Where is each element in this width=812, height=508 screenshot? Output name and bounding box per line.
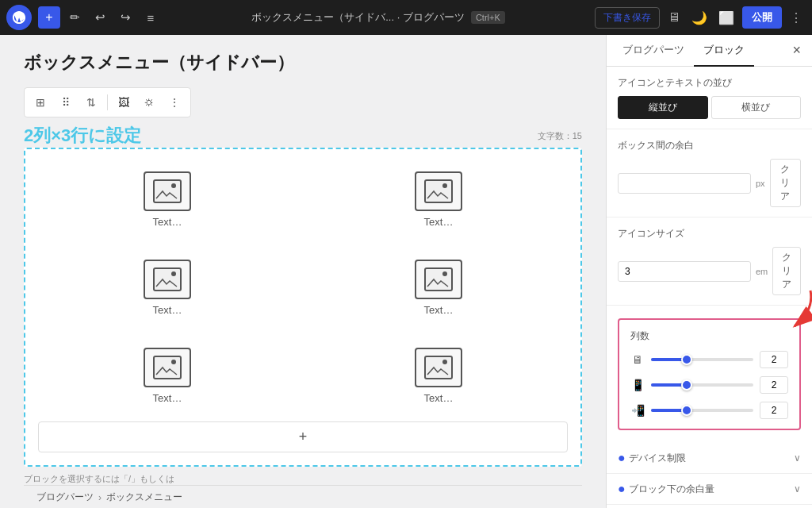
columns-title: 列数 — [630, 329, 788, 343]
box-text-1: Text… — [153, 216, 182, 228]
box-text-4: Text… — [424, 304, 454, 316]
moon-icon[interactable]: 🌙 — [688, 7, 710, 29]
desktop-slider[interactable] — [651, 358, 753, 361]
move-up-down-button[interactable]: ⇅ — [80, 91, 102, 114]
box-margin-section: ボックス間の余白 px クリア — [607, 129, 812, 217]
svg-rect-2 — [425, 180, 452, 202]
page-title[interactable]: ボックスメニュー（サイドバー） — [24, 51, 582, 75]
mobile-icon: 📲 — [630, 404, 645, 417]
mobile-col-value[interactable] — [760, 402, 788, 419]
mobile-slider[interactable] — [651, 409, 753, 412]
brush-button[interactable]: ✏ — [63, 6, 86, 29]
panel-close-button[interactable]: × — [787, 37, 806, 64]
advanced-section[interactable]: 高度な設定 ∨ — [607, 505, 812, 508]
svg-point-9 — [171, 360, 176, 364]
monitor-icon[interactable]: 🖥 — [665, 7, 684, 28]
svg-rect-8 — [154, 356, 181, 379]
block-margin-dot: ● — [618, 482, 626, 496]
breadcrumb: ブログパーツ › ボックスメニュー — [24, 485, 582, 508]
right-panel: ブログパーツ ブロック × アイコンとテキストの並び 縦並び 横並び ボックス間… — [606, 35, 812, 508]
add-block-toolbar-button[interactable]: + — [38, 6, 60, 29]
undo-button[interactable]: ↩ — [89, 6, 111, 29]
list-item[interactable]: Text… — [38, 162, 297, 237]
tablet-col-row: 📱 — [630, 376, 788, 394]
toolbar-divider — [107, 94, 108, 110]
toolbar-title: ボックスメニュー（サイドバ... · ブログパーツ — [251, 10, 465, 25]
wp-logo[interactable] — [6, 5, 32, 30]
desktop-col-value[interactable] — [760, 351, 788, 368]
svg-point-11 — [442, 360, 447, 364]
toolbar-shortcut: Ctrl+K — [471, 11, 505, 24]
box-menu-container: Text… Text… — [24, 148, 582, 467]
icon-size-label: アイコンサイズ — [618, 227, 801, 241]
block-margin-label: ブロック下の余白量 — [629, 483, 794, 496]
box-text-2: Text… — [424, 216, 454, 228]
mobile-slider-thumb[interactable] — [681, 405, 692, 416]
more-options-button[interactable]: ⋮ — [163, 91, 186, 114]
block-margin-section[interactable]: ● ブロック下の余白量 ∨ — [607, 474, 812, 505]
desktop-slider-thumb[interactable] — [681, 354, 692, 365]
grid-view-button[interactable]: ⊞ — [29, 91, 52, 114]
list-item[interactable]: Text… — [309, 250, 568, 325]
tablet-slider[interactable] — [651, 383, 753, 387]
tab-block[interactable]: ブロック — [694, 35, 754, 67]
options-icon[interactable]: ⋮ — [787, 7, 806, 29]
icon-size-section: アイコンサイズ em クリア — [607, 217, 812, 306]
box-margin-input[interactable] — [618, 173, 751, 194]
desktop-icon: 🖥 — [630, 353, 645, 366]
svg-point-1 — [171, 183, 176, 188]
top-toolbar: + ✏ ↩ ↪ ≡ ボックスメニュー（サイドバ... · ブログパーツ Ctrl… — [0, 0, 812, 35]
headline-wrapper: 2列×3行に設定 文字数：15 — [24, 124, 582, 148]
icon-size-input[interactable] — [618, 261, 751, 282]
icon-size-clear-button[interactable]: クリア — [772, 247, 801, 295]
list-item[interactable]: Text… — [38, 338, 297, 414]
add-block-button[interactable]: + — [38, 421, 568, 452]
svg-point-7 — [442, 271, 447, 276]
device-limit-chevron: ∨ — [794, 452, 801, 464]
block-margin-chevron: ∨ — [794, 483, 801, 495]
publish-button[interactable]: 公開 — [742, 6, 782, 29]
horizontal-align-button[interactable]: 横並び — [711, 96, 802, 119]
draft-save-button[interactable]: 下書き保存 — [595, 7, 660, 29]
columns-section: 列数 🖥 📱 — [618, 318, 801, 430]
tab-blog-parts[interactable]: ブログパーツ — [613, 35, 694, 67]
svg-rect-10 — [425, 356, 452, 379]
tablet-col-value[interactable] — [760, 376, 788, 394]
icon-size-unit: em — [756, 267, 768, 276]
vertical-align-button[interactable]: 縦並び — [618, 96, 708, 119]
box-margin-input-row: px クリア — [618, 159, 801, 207]
box-text-3: Text… — [153, 304, 182, 316]
box-margin-label: ボックス間の余白 — [618, 139, 801, 152]
breadcrumb-part1[interactable]: ブログパーツ — [36, 491, 94, 504]
panel-tabs: ブログパーツ ブロック × — [607, 35, 812, 67]
image-placeholder — [144, 348, 191, 387]
image-placeholder — [144, 260, 191, 299]
box-margin-unit: px — [756, 179, 765, 188]
layout-icon[interactable]: ⬜ — [715, 7, 737, 29]
transform-button[interactable]: ⛭ — [138, 91, 160, 114]
block-toolbar: ⊞ ⠿ ⇅ 🖼 ⛭ ⋮ — [24, 87, 191, 117]
breadcrumb-separator: › — [98, 492, 102, 503]
icon-text-label: アイコンとテキストの並び — [618, 76, 801, 90]
svg-rect-4 — [154, 268, 181, 291]
box-text-5: Text… — [153, 392, 182, 404]
tablet-slider-thumb[interactable] — [681, 379, 692, 391]
headline-text: 2列×3行に設定 — [24, 124, 141, 148]
list-item[interactable]: Text… — [38, 250, 297, 325]
char-count: 文字数：15 — [538, 130, 582, 142]
image-placeholder — [415, 171, 462, 211]
breadcrumb-part2[interactable]: ボックスメニュー — [106, 491, 182, 504]
box-margin-clear-button[interactable]: クリア — [770, 159, 801, 207]
image-placeholder — [415, 348, 462, 387]
device-limit-section[interactable]: ● デバイス制限 ∨ — [607, 443, 812, 474]
tablet-icon: 📱 — [630, 379, 645, 391]
svg-rect-0 — [154, 180, 181, 202]
list-item[interactable]: Text… — [309, 338, 568, 414]
image-button[interactable]: 🖼 — [113, 91, 135, 114]
list-item[interactable]: Text… — [309, 162, 568, 237]
box-grid: Text… Text… — [38, 162, 568, 414]
dot-grid-button[interactable]: ⠿ — [55, 91, 77, 114]
menu-button[interactable]: ≡ — [140, 6, 162, 29]
redo-button[interactable]: ↪ — [114, 6, 136, 29]
main-area: ボックスメニュー（サイドバー） ⊞ ⠿ ⇅ 🖼 ⛭ ⋮ 2列×3行に設定 文字数… — [0, 35, 812, 508]
